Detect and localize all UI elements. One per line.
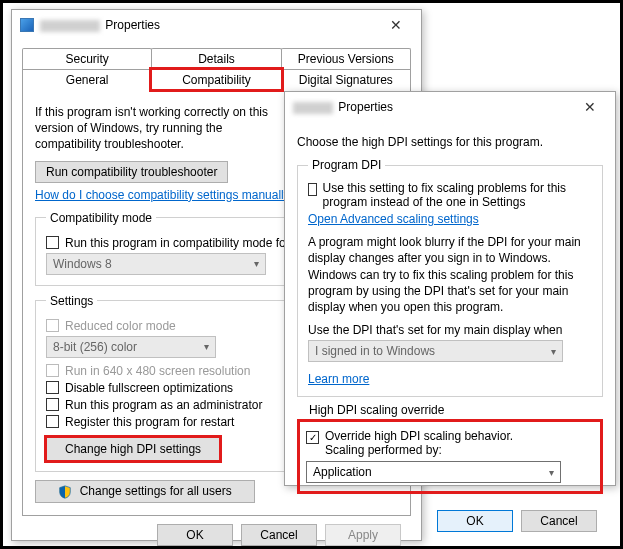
reduced-color-checkbox [46, 319, 59, 332]
intro-text: If this program isn't working correctly … [35, 104, 275, 153]
learn-more-link[interactable]: Learn more [308, 372, 369, 386]
ok-button[interactable]: OK [157, 524, 233, 546]
register-restart-checkbox[interactable] [46, 415, 59, 428]
compat-mode-checkbox[interactable] [46, 236, 59, 249]
use-setting-checkbox[interactable] [308, 183, 317, 196]
program-dpi-legend: Program DPI [308, 158, 385, 172]
close-button[interactable]: ✕ [375, 11, 417, 39]
titlebar[interactable]: Properties ✕ [285, 92, 615, 122]
close-icon: ✕ [390, 17, 402, 33]
compat-mode-label: Run this program in compatibility mode f… [65, 236, 293, 250]
chevron-down-icon: ▾ [254, 258, 259, 269]
ok-button[interactable]: OK [437, 510, 513, 532]
tab-general[interactable]: General [22, 69, 152, 90]
app-icon [20, 18, 34, 32]
tab-previous-versions[interactable]: Previous Versions [281, 48, 411, 69]
program-dpi-group: Program DPI Use this setting to fix scal… [297, 158, 603, 397]
tab-security[interactable]: Security [22, 48, 152, 69]
run-admin-label: Run this program as an administrator [65, 398, 262, 412]
override-select[interactable]: Application ▾ [306, 461, 561, 483]
override-label: Override high DPI scaling behavior. Scal… [325, 429, 513, 457]
title-text: Properties [293, 100, 569, 114]
change-high-dpi-button[interactable]: Change high DPI settings [46, 437, 220, 461]
run-640-checkbox [46, 364, 59, 377]
titlebar[interactable]: Properties ✕ [12, 10, 421, 40]
dialog-actions: OK Cancel [297, 502, 603, 540]
override-checkbox[interactable] [306, 431, 319, 444]
color-depth-select: 8-bit (256) color ▾ [46, 336, 216, 358]
override-group: High DPI scaling override Override high … [297, 403, 603, 496]
cancel-button[interactable]: Cancel [521, 510, 597, 532]
disable-fullscreen-label: Disable fullscreen optimizations [65, 381, 233, 395]
run-troubleshooter-button[interactable]: Run compatibility troubleshooter [35, 161, 228, 183]
compat-mode-select: Windows 8 ▾ [46, 253, 266, 275]
close-icon: ✕ [584, 99, 596, 115]
chevron-down-icon: ▾ [551, 346, 556, 357]
change-all-users-button[interactable]: Change settings for all users [35, 480, 255, 503]
close-button[interactable]: ✕ [569, 93, 611, 121]
reduced-color-label: Reduced color mode [65, 319, 176, 333]
chevron-down-icon: ▾ [549, 467, 554, 478]
redacted-name [293, 102, 333, 114]
use-dpi-when-label: Use the DPI that's set for my main displ… [308, 323, 592, 337]
shield-icon [58, 485, 72, 499]
run-640-label: Run in 640 x 480 screen resolution [65, 364, 250, 378]
tab-details[interactable]: Details [151, 48, 281, 69]
high-dpi-dialog: Properties ✕ Choose the high DPI setting… [284, 91, 616, 486]
manual-settings-link[interactable]: How do I choose compatibility settings m… [35, 188, 296, 202]
disable-fullscreen-checkbox[interactable] [46, 381, 59, 394]
redacted-name [40, 20, 100, 32]
open-advanced-link[interactable]: Open Advanced scaling settings [308, 212, 479, 226]
override-legend: High DPI scaling override [305, 403, 448, 417]
dpi-when-select: I signed in to Windows ▾ [308, 340, 563, 362]
blurb-text: A program might look blurry if the DPI f… [308, 234, 592, 315]
tab-compatibility[interactable]: Compatibility [151, 69, 281, 90]
compatibility-mode-legend: Compatibility mode [46, 211, 156, 225]
chevron-down-icon: ▾ [204, 341, 209, 352]
intro-text: Choose the high DPI settings for this pr… [297, 134, 603, 150]
use-setting-label: Use this setting to fix scaling problems… [323, 181, 592, 209]
register-restart-label: Register this program for restart [65, 415, 234, 429]
settings-legend: Settings [46, 294, 97, 308]
title-text: Properties [40, 18, 375, 32]
run-admin-checkbox[interactable] [46, 398, 59, 411]
tab-digital-signatures[interactable]: Digital Signatures [281, 69, 411, 90]
